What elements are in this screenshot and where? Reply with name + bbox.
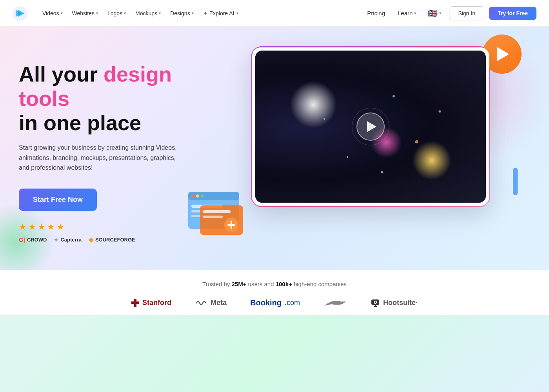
chevron-down-icon: ▾ xyxy=(414,11,416,15)
nike-icon xyxy=(324,299,347,307)
deco-blue-bar xyxy=(513,168,518,195)
chevron-down-icon: ▾ xyxy=(124,11,126,15)
capterra-icon: ✦ xyxy=(54,237,58,243)
logo[interactable] xyxy=(13,6,27,21)
svg-rect-25 xyxy=(131,301,139,304)
g2-icon: G| xyxy=(19,236,25,243)
star-icon: ★ xyxy=(47,222,55,232)
nav-item-websites[interactable]: Websites ▾ xyxy=(68,7,102,20)
video-preview xyxy=(251,46,502,219)
svg-point-19 xyxy=(347,156,348,158)
svg-rect-11 xyxy=(200,205,243,235)
sourceforge-logo: ◆ SOURCEFORGE xyxy=(89,236,135,243)
logo-nike xyxy=(324,299,347,307)
floating-illustration xyxy=(188,186,251,238)
try-free-button[interactable]: Try for Free xyxy=(489,7,536,20)
stanford-icon xyxy=(131,299,139,307)
trusted-text: Trusted by 25M+ users and 100k+ high-end… xyxy=(202,281,347,287)
chevron-down-icon: ▾ xyxy=(236,11,238,15)
ai-star-icon: ✦ xyxy=(203,10,208,16)
capterra-logo: ✦ Capterra xyxy=(54,237,81,243)
play-icon xyxy=(367,121,376,132)
meta-icon xyxy=(195,299,207,307)
company-logos: Stanford Meta Booking .com Hootsuite· xyxy=(19,298,530,307)
video-card xyxy=(251,46,490,207)
svg-rect-12 xyxy=(203,210,231,213)
play-button[interactable] xyxy=(356,113,385,141)
start-free-button[interactable]: Start Free Now xyxy=(19,189,97,211)
hero-right xyxy=(223,46,530,219)
hero-subtitle: Start growing your business by creating … xyxy=(19,143,187,173)
trusted-section: Trusted by 25M+ users and 100k+ high-end… xyxy=(0,270,549,316)
nav-pricing[interactable]: Pricing xyxy=(363,7,389,20)
svg-rect-13 xyxy=(203,216,223,218)
star-icon: ★ xyxy=(56,222,64,232)
svg-point-17 xyxy=(393,95,395,97)
trusted-line: Trusted by 25M+ users and 100k+ high-end… xyxy=(19,281,530,287)
logo-booking: Booking .com xyxy=(250,298,300,307)
star-icon: ★ xyxy=(38,222,45,232)
nav-learn[interactable]: Learn ▾ xyxy=(394,7,420,20)
sourceforge-icon: ◆ xyxy=(89,236,93,243)
nav-item-mockups[interactable]: Mockups ▾ xyxy=(131,7,165,20)
chevron-down-icon: ▾ xyxy=(439,11,441,15)
nav-links: Videos ▾ Websites ▾ Logos ▾ Mockups ▾ De… xyxy=(38,7,363,20)
svg-point-20 xyxy=(438,110,441,113)
nav-right: Pricing Learn ▾ 🇬🇧 ▾ Sign In Try for Fre… xyxy=(363,6,536,20)
svg-point-18 xyxy=(415,140,418,143)
hootsuite-icon xyxy=(371,299,380,307)
divider-right xyxy=(351,284,469,284)
svg-rect-26 xyxy=(371,299,379,305)
deco-play-icon xyxy=(497,47,509,61)
language-selector[interactable]: 🇬🇧 ▾ xyxy=(425,7,444,20)
nav-item-logos[interactable]: Logos ▾ xyxy=(104,7,130,20)
logo-hootsuite: Hootsuite· xyxy=(371,299,418,307)
video-thumbnail[interactable] xyxy=(255,51,486,203)
svg-rect-4 xyxy=(188,192,239,200)
logo-meta: Meta xyxy=(195,299,227,307)
g2-logo: G| CROWD xyxy=(19,236,47,243)
nav-item-designs[interactable]: Designs ▾ xyxy=(166,7,198,20)
logo-stanford: Stanford xyxy=(131,299,171,307)
hero-section: All your design tools in one place Start… xyxy=(0,27,549,270)
chevron-down-icon: ▾ xyxy=(96,11,98,15)
svg-point-7 xyxy=(201,194,204,198)
navbar: Videos ▾ Websites ▾ Logos ▾ Mockups ▾ De… xyxy=(0,0,549,27)
divider-left xyxy=(80,284,198,284)
star-icon: ★ xyxy=(28,222,36,232)
svg-point-5 xyxy=(191,194,195,198)
chevron-down-icon: ▾ xyxy=(159,11,161,15)
nav-item-explore-ai[interactable]: ✦ Explore AI ▾ xyxy=(199,7,242,20)
star-icon: ★ xyxy=(19,222,27,232)
svg-point-6 xyxy=(196,194,199,198)
chevron-down-icon: ▾ xyxy=(192,11,194,15)
hero-title: All your design tools in one place xyxy=(19,62,223,135)
bottom-section xyxy=(0,316,549,392)
svg-rect-16 xyxy=(231,221,232,229)
sign-in-button[interactable]: Sign In xyxy=(449,6,484,20)
svg-point-21 xyxy=(324,118,325,120)
nav-item-videos[interactable]: Videos ▾ xyxy=(38,7,67,20)
presentation-card-icon xyxy=(188,186,251,237)
chevron-down-icon: ▾ xyxy=(61,11,63,15)
